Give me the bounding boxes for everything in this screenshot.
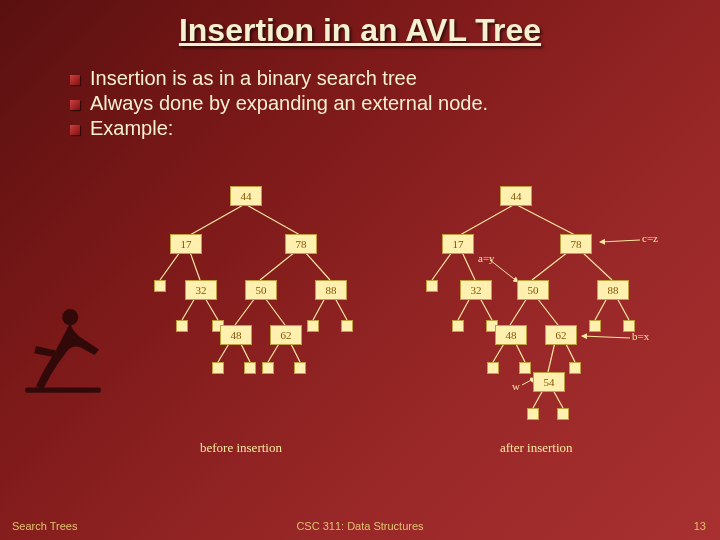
external-node [244,362,256,374]
bullet-icon [70,100,80,110]
svg-line-5 [190,252,200,280]
svg-line-29 [617,298,629,320]
bullet-text: Always done by expanding an external nod… [90,92,488,115]
external-node [519,362,531,374]
label-cz: c=z [642,232,658,244]
page-title: Insertion in an AVL Tree [0,0,720,49]
svg-line-31 [515,342,525,362]
node-17-r: 17 [442,234,474,254]
footer-page-number: 13 [694,520,706,532]
svg-line-30 [493,342,505,362]
external-node [426,280,438,292]
svg-line-25 [480,298,492,320]
bullet-text: Example: [90,117,173,140]
external-node [176,320,188,332]
svg-line-26 [510,298,527,325]
external-node [589,320,601,332]
external-node [452,320,464,332]
node-62-r: 62 [545,325,577,345]
svg-line-27 [537,298,558,325]
svg-line-8 [182,298,195,320]
svg-line-17 [290,342,300,362]
svg-line-18 [460,204,515,235]
label-ay: a=y [478,252,495,264]
svg-line-38 [582,336,630,338]
node-78-r: 78 [560,234,592,254]
svg-line-22 [532,252,568,280]
svg-line-15 [240,342,250,362]
external-node [527,408,539,420]
external-node [569,362,581,374]
label-w: w [512,380,520,392]
external-node [212,362,224,374]
list-item: Insertion is as in a binary search tree [70,67,720,90]
node-32-r: 32 [460,280,492,300]
node-32: 32 [185,280,217,300]
bullet-text: Insertion is as in a binary search tree [90,67,417,90]
svg-line-19 [515,204,575,235]
external-node [487,362,499,374]
svg-line-10 [235,298,255,325]
svg-line-6 [260,252,295,280]
svg-line-23 [582,252,612,280]
bullet-list: Insertion is as in a binary search tree … [70,67,720,140]
node-78: 78 [285,234,317,254]
node-17: 17 [170,234,202,254]
svg-line-33 [565,342,575,362]
node-44-r: 44 [500,186,532,206]
svg-line-24 [458,298,470,320]
footer-center: CSC 311: Data Structures [0,520,720,532]
svg-line-4 [160,252,180,280]
external-node [154,280,166,292]
node-88-r: 88 [597,280,629,300]
svg-line-35 [553,390,563,408]
svg-line-7 [305,252,330,280]
external-node [294,362,306,374]
node-44: 44 [230,186,262,206]
external-node [262,362,274,374]
svg-line-20 [432,252,452,280]
svg-line-16 [268,342,280,362]
svg-line-21 [462,252,475,280]
node-88: 88 [315,280,347,300]
svg-line-36 [600,240,640,242]
svg-line-2 [190,204,245,235]
caption-before: before insertion [200,440,282,456]
external-node [341,320,353,332]
node-48: 48 [220,325,252,345]
svg-line-9 [205,298,218,320]
external-node [557,408,569,420]
edges-svg [0,180,720,480]
bullet-icon [70,125,80,135]
svg-line-11 [265,298,285,325]
node-62: 62 [270,325,302,345]
svg-line-34 [533,390,543,408]
tree-diagram: 44 17 78 32 50 88 48 62 44 17 78 32 50 8… [0,180,720,480]
list-item: Example: [70,117,720,140]
node-48-r: 48 [495,325,527,345]
svg-line-3 [245,204,300,235]
node-54-r: 54 [533,372,565,392]
external-node [307,320,319,332]
node-50: 50 [245,280,277,300]
label-bx: b=x [632,330,649,342]
svg-line-28 [595,298,607,320]
svg-line-12 [313,298,325,320]
caption-after: after insertion [500,440,573,456]
bullet-icon [70,75,80,85]
svg-line-14 [218,342,230,362]
list-item: Always done by expanding an external nod… [70,92,720,115]
svg-line-32 [548,342,555,372]
svg-line-13 [335,298,347,320]
node-50-r: 50 [517,280,549,300]
